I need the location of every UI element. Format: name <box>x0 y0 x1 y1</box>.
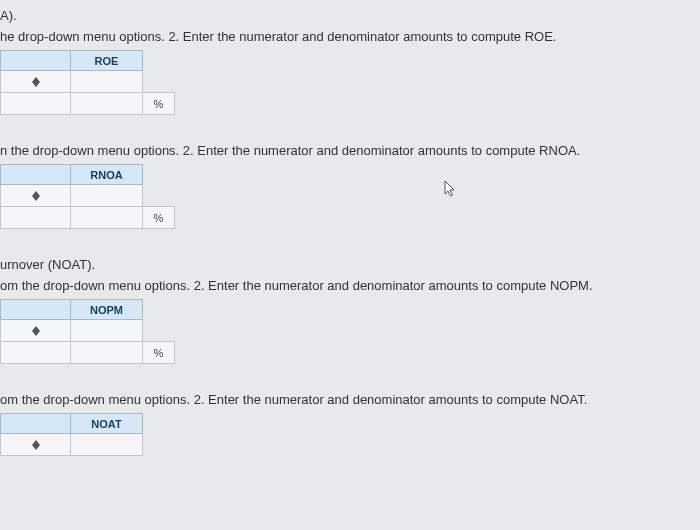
up-down-stepper-icon[interactable] <box>1 320 70 341</box>
context-text: A). <box>0 8 700 23</box>
context-text: urnover (NOAT). <box>0 257 700 272</box>
header-blank <box>1 300 71 320</box>
header-blank <box>1 51 71 71</box>
value-cell[interactable] <box>71 185 143 207</box>
up-down-stepper-icon[interactable] <box>1 185 70 206</box>
instruction-text: n the drop-down menu options. 2. Enter t… <box>0 143 700 158</box>
dropdown-cell[interactable] <box>1 320 71 342</box>
header-metric: NOPM <box>71 300 143 320</box>
value-cell[interactable] <box>71 320 143 342</box>
up-down-stepper-icon[interactable] <box>1 434 70 455</box>
header-metric: ROE <box>71 51 143 71</box>
calc-table-noat: NOAT <box>0 413 143 456</box>
calc-table-roe: ROE % <box>0 50 175 115</box>
dropdown-cell[interactable] <box>1 185 71 207</box>
calc-table-nopm: NOPM % <box>0 299 175 364</box>
blank-cell <box>71 207 143 229</box>
dropdown-cell[interactable] <box>1 71 71 93</box>
instruction-text: om the drop-down menu options. 2. Enter … <box>0 278 700 293</box>
svg-marker-7 <box>32 445 40 450</box>
section-rnoa: n the drop-down menu options. 2. Enter t… <box>0 143 700 229</box>
blank-cell <box>71 342 143 364</box>
svg-marker-3 <box>32 196 40 201</box>
header-blank <box>1 165 71 185</box>
blank-cell <box>71 93 143 115</box>
unit-cell: % <box>143 207 175 229</box>
unit-cell: % <box>143 342 175 364</box>
blank-cell <box>1 93 71 115</box>
instruction-text: he drop-down menu options. 2. Enter the … <box>0 29 700 44</box>
blank-cell <box>1 207 71 229</box>
dropdown-cell[interactable] <box>1 434 71 456</box>
section-nopm: urnover (NOAT). om the drop-down menu op… <box>0 257 700 364</box>
svg-marker-1 <box>32 82 40 87</box>
svg-marker-5 <box>32 331 40 336</box>
header-blank <box>1 414 71 434</box>
value-cell[interactable] <box>71 434 143 456</box>
unit-cell: % <box>143 93 175 115</box>
value-cell[interactable] <box>71 71 143 93</box>
blank-cell <box>1 342 71 364</box>
up-down-stepper-icon[interactable] <box>1 71 70 92</box>
section-roe: A). he drop-down menu options. 2. Enter … <box>0 8 700 115</box>
instruction-text: om the drop-down menu options. 2. Enter … <box>0 392 700 407</box>
calc-table-rnoa: RNOA % <box>0 164 175 229</box>
section-noat: om the drop-down menu options. 2. Enter … <box>0 392 700 456</box>
header-metric: NOAT <box>71 414 143 434</box>
header-metric: RNOA <box>71 165 143 185</box>
